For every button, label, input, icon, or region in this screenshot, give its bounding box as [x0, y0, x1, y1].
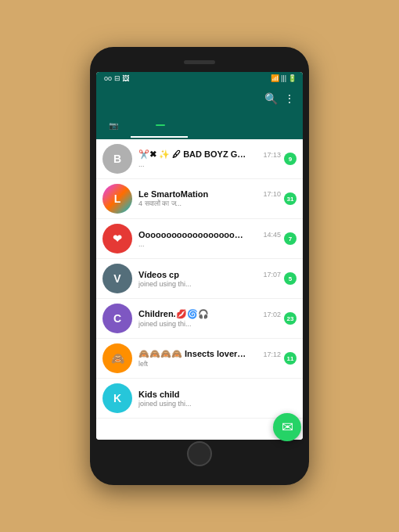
unread-badge: 7 [284, 232, 297, 245]
menu-icon[interactable]: ⋮ [284, 92, 295, 105]
chat-content: Oooooooooooooooooooooo...14:45... [138, 230, 281, 248]
new-chat-fab[interactable]: ✉ [273, 413, 301, 440]
status-left: oo ⊟ 🖼 [102, 74, 129, 82]
chat-header: Children.💋🌀🎧17:02 [138, 309, 281, 319]
home-button[interactable] [187, 441, 212, 466]
tab-status[interactable] [188, 113, 245, 138]
unread-badge: 11 [284, 352, 297, 365]
avatar: K [102, 383, 132, 413]
chat-preview: left [138, 360, 264, 368]
unread-badge: 9 [284, 153, 297, 165]
avatar: B [102, 144, 132, 174]
chat-item[interactable]: ❤Oooooooooooooooooooooo...14:45...7 [96, 219, 303, 259]
unread-badge: 23 [284, 312, 297, 325]
chat-content: Le SmartoMation17:104 सवालों का ज... [138, 189, 281, 208]
chat-time: 17:13 [263, 151, 281, 159]
screen: oo ⊟ 🖼 📶 ||| 🔋 🔍 ⋮ 📷 [96, 72, 303, 440]
chat-time: 17:12 [263, 350, 281, 358]
wifi-icon: 📶 [271, 74, 279, 82]
chat-preview: joined using thi... [138, 280, 264, 288]
chat-preview: joined using thi... [138, 400, 264, 408]
chat-name: 🙈🙈🙈🙈 Insects lover🙈🙈... [138, 349, 248, 359]
chat-list: B✂️✖ ✨ 🖊 BAD BOYZ GANG...17:13...9LLe Sm… [96, 139, 303, 440]
signal-icon: ||| [281, 74, 286, 82]
chat-header: Le SmartoMation17:10 [138, 189, 281, 199]
chat-header: Vídeos cp17:07 [138, 270, 281, 279]
chat-preview: 4 सवालों का ज... [138, 200, 264, 208]
avatar: L [102, 184, 132, 214]
toolbar: 🔍 ⋮ [96, 84, 303, 113]
phone-top [96, 55, 303, 69]
phone-frame: oo ⊟ 🖼 📶 ||| 🔋 🔍 ⋮ 📷 [90, 47, 309, 485]
chat-preview: ... [138, 160, 264, 168]
speaker [184, 60, 215, 64]
chat-header: ✂️✖ ✨ 🖊 BAD BOYZ GANG...17:13 [138, 149, 281, 160]
chat-header: Oooooooooooooooooooooo...14:45 [138, 230, 281, 239]
chat-item[interactable]: B✂️✖ ✨ 🖊 BAD BOYZ GANG...17:13...9 [96, 139, 303, 179]
avatar: V [102, 264, 132, 293]
search-icon[interactable]: 🔍 [264, 92, 278, 105]
tab-camera[interactable]: 📷 [96, 113, 131, 138]
chat-header: Kids child [138, 390, 297, 399]
chat-content: ✂️✖ ✨ 🖊 BAD BOYZ GANG...17:13... [138, 149, 281, 168]
toolbar-icons: 🔍 ⋮ [264, 92, 295, 105]
avatar: 🙈 [102, 343, 132, 373]
chat-name: Vídeos cp [138, 270, 179, 279]
status-icons: oo ⊟ 🖼 [104, 74, 129, 82]
tab-calls[interactable] [246, 113, 303, 138]
chat-content: Vídeos cp17:07joined using thi... [138, 270, 281, 288]
battery-level: 🔋 [288, 74, 297, 82]
chat-content: Children.💋🌀🎧17:02joined using thi... [138, 309, 281, 328]
chat-content: 🙈🙈🙈🙈 Insects lover🙈🙈...17:12left [138, 349, 281, 368]
avatar: ❤ [102, 224, 132, 253]
chats-badge [156, 124, 165, 126]
chat-item[interactable]: LLe SmartoMation17:104 सवालों का ज...31 [96, 179, 303, 219]
tab-bar: 📷 [96, 113, 303, 139]
chat-time: 17:02 [263, 311, 281, 318]
chat-preview: joined using thi... [138, 320, 264, 328]
chat-item[interactable]: VVídeos cp17:07joined using thi...5 [96, 259, 303, 299]
chat-content: Kids childjoined using thi... [138, 390, 297, 408]
chat-time: 17:10 [263, 190, 281, 198]
chat-time: 17:07 [263, 271, 281, 279]
camera-icon: 📷 [109, 121, 119, 130]
tab-chats[interactable] [131, 113, 188, 138]
phone-bottom [96, 443, 303, 465]
unread-badge: 5 [284, 272, 297, 285]
chat-header: 🙈🙈🙈🙈 Insects lover🙈🙈...17:12 [138, 349, 281, 359]
avatar: C [102, 304, 132, 333]
chat-item[interactable]: 🙈🙈🙈🙈🙈 Insects lover🙈🙈...17:12left11 [96, 339, 303, 379]
unread-badge: 31 [284, 192, 297, 205]
chat-name: Kids child [138, 390, 180, 399]
chat-preview: ... [138, 240, 264, 248]
chat-item[interactable]: CChildren.💋🌀🎧17:02joined using thi...23 [96, 299, 303, 339]
chat-name: Children.💋🌀🎧 [138, 309, 209, 319]
chat-name: ✂️✖ ✨ 🖊 BAD BOYZ GANG... [138, 149, 248, 160]
status-right: 📶 ||| 🔋 [271, 74, 297, 82]
chat-item[interactable]: KKids childjoined using thi... [96, 379, 303, 419]
chat-name: Le SmartoMation [138, 189, 208, 199]
chat-time: 14:45 [263, 231, 281, 239]
chat-name: Oooooooooooooooooooooo... [138, 230, 248, 239]
status-bar: oo ⊟ 🖼 📶 ||| 🔋 [96, 72, 303, 84]
new-chat-icon: ✉ [282, 419, 293, 436]
